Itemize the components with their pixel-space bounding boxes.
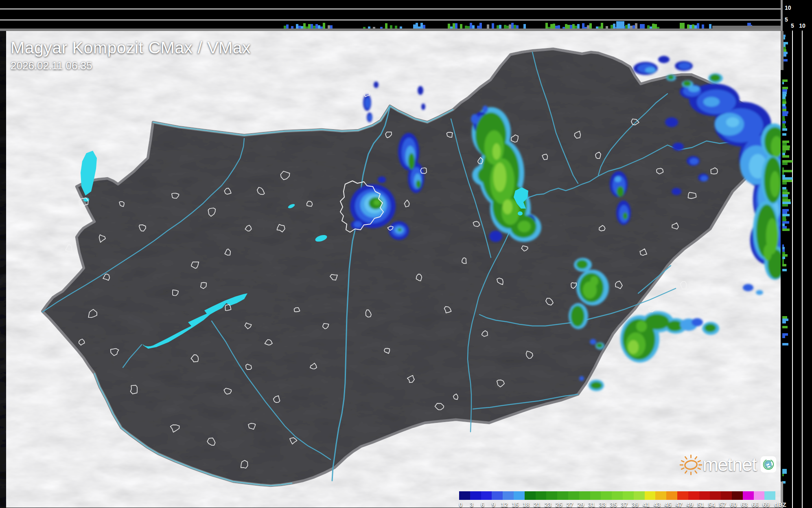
colorbar-label: 15 bbox=[512, 501, 519, 508]
radar-composite-app: Magyar Kompozit CMax / VMax 2026.02.11 0… bbox=[0, 0, 812, 508]
colorbar-block-49 bbox=[688, 491, 699, 500]
colorbar-label: 3 bbox=[470, 501, 473, 508]
top-axis-tick-10: 10 bbox=[785, 4, 791, 11]
colorbar-block-12 bbox=[503, 491, 514, 500]
colorbar-label: 60 bbox=[730, 501, 737, 508]
colorbar-label: 37 bbox=[621, 501, 628, 508]
colorbar-block-66 bbox=[754, 491, 765, 500]
colorbar-block-35 bbox=[612, 491, 623, 500]
colorbar-block-15 bbox=[514, 491, 525, 500]
colorbar-label: 57 bbox=[719, 501, 726, 508]
colorbar-label: 45 bbox=[665, 501, 672, 508]
radar-map-canvas bbox=[0, 0, 812, 508]
dbz-colorbar: 0369121518212325272931333537394143454749… bbox=[459, 491, 785, 508]
colorbar-block-0 bbox=[459, 491, 470, 500]
colorbar-unit-label: dBZ bbox=[775, 501, 786, 508]
colorbar-block-23 bbox=[546, 491, 557, 500]
colorbar-label: 31 bbox=[588, 501, 595, 508]
top-profile-strip bbox=[0, 0, 781, 31]
colorbar-label: 12 bbox=[501, 501, 508, 508]
colorbar-label: 27 bbox=[567, 501, 573, 508]
colorbar-block-51 bbox=[699, 491, 710, 500]
colorbar-label: 35 bbox=[610, 501, 617, 508]
colorbar-block-33 bbox=[601, 491, 612, 500]
right-axis-tick-10: 10 bbox=[799, 22, 805, 29]
page-title: Magyar Kompozit CMax / VMax bbox=[11, 38, 251, 57]
colorbar-block-43 bbox=[655, 491, 666, 500]
colorbar-block-60 bbox=[732, 491, 743, 500]
top-profile-gray-block bbox=[712, 26, 781, 29]
timestamp: 2026.02.11 06:35 bbox=[11, 59, 92, 72]
colorbar-label: 25 bbox=[556, 501, 562, 508]
colorbar-label: 6 bbox=[481, 501, 484, 508]
colorbar-block-63 bbox=[743, 491, 754, 500]
colorbar-block-45 bbox=[666, 491, 677, 500]
right-profile-gray-block bbox=[781, 31, 784, 70]
right-axis-tick-5: 5 bbox=[791, 22, 794, 29]
colorbar-block-31 bbox=[590, 491, 601, 500]
colorbar-block-3 bbox=[470, 491, 481, 500]
colorbar-label: 51 bbox=[697, 501, 704, 508]
colorbar-label: 43 bbox=[654, 501, 661, 508]
colorbar-label: 39 bbox=[632, 501, 639, 508]
colorbar-label: 33 bbox=[599, 501, 606, 508]
colorbar-block-25 bbox=[557, 491, 568, 500]
colorbar-label: 54 bbox=[708, 501, 715, 508]
colorbar-block-29 bbox=[579, 491, 590, 500]
sun-icon bbox=[679, 447, 702, 482]
logo-wordmark: metnet bbox=[703, 453, 757, 475]
right-profile-strip bbox=[781, 0, 812, 508]
colorbar-label: 23 bbox=[545, 501, 552, 508]
colorbar-label: 47 bbox=[676, 501, 683, 508]
top-axis-tick-5: 5 bbox=[785, 16, 788, 23]
colorbar-block-27 bbox=[568, 491, 579, 500]
colorbar-label: 49 bbox=[686, 501, 693, 508]
colorbar-block-41 bbox=[645, 491, 656, 500]
map-top-separator bbox=[0, 29, 781, 31]
colorbar-label: 41 bbox=[643, 501, 650, 508]
colorbar-label: 69 bbox=[763, 501, 770, 508]
colorbar-label: 63 bbox=[741, 501, 748, 508]
colorbar-label: 18 bbox=[523, 501, 530, 508]
colorbar-block-6 bbox=[481, 491, 492, 500]
colorbar-label: 21 bbox=[534, 501, 541, 508]
colorbar-block-21 bbox=[536, 491, 547, 500]
colorbar-block-39 bbox=[634, 491, 645, 500]
colorbar-block-47 bbox=[677, 491, 688, 500]
colorbar-block-9 bbox=[492, 491, 503, 500]
spiral-app-icon bbox=[760, 451, 777, 478]
colorbar-block-37 bbox=[623, 491, 634, 500]
colorbar-block-54 bbox=[710, 491, 721, 500]
corner-separator bbox=[781, 0, 783, 31]
colorbar-label: 9 bbox=[492, 501, 495, 508]
map-area bbox=[0, 0, 812, 508]
colorbar-block-18 bbox=[525, 491, 536, 500]
colorbar-block-57 bbox=[721, 491, 732, 500]
colorbar-label: 66 bbox=[752, 501, 759, 508]
colorbar-label: 29 bbox=[577, 501, 584, 508]
colorbar-label: 0 bbox=[459, 501, 462, 508]
colorbar-block-69 bbox=[764, 491, 775, 500]
metnet-logo[interactable]: metnet bbox=[679, 447, 777, 482]
